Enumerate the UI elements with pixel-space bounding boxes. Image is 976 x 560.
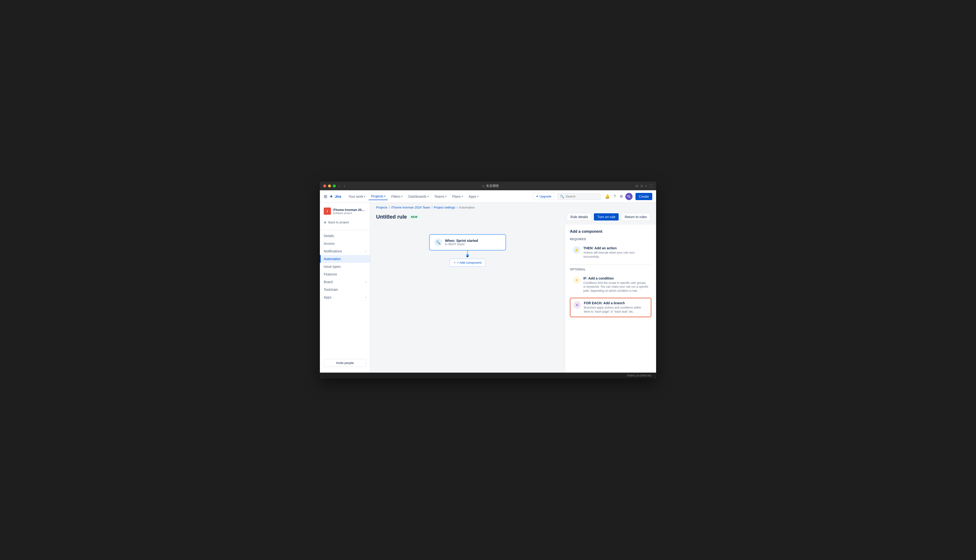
breadcrumb-projects[interactable]: Projects xyxy=(376,206,388,209)
sidebar-item-details[interactable]: Details xyxy=(320,232,370,240)
turn-on-rule-button[interactable]: Turn on rule xyxy=(594,213,618,220)
chevron-down-icon: ▾ xyxy=(445,195,446,198)
return-to-rules-button[interactable]: Return to rules xyxy=(621,213,650,221)
help-button[interactable]: ? xyxy=(612,193,617,200)
notification-button[interactable]: 🔔 xyxy=(603,193,611,200)
project-info: iThome Ironman 2024 ... Software project xyxy=(333,208,366,215)
page-actions: Rule details Turn on rule Return to rule… xyxy=(567,213,650,221)
chevron-right-icon: › xyxy=(365,250,366,253)
fullscreen-icon[interactable]: ⛶ xyxy=(649,184,653,188)
panel-divider xyxy=(570,265,651,265)
connector-line xyxy=(467,250,468,254)
sidebar-item-automation[interactable]: Automation xyxy=(320,255,370,263)
back-to-project-link[interactable]: ⊕ Back to project xyxy=(320,218,370,226)
search-box[interactable]: 🔍 xyxy=(557,193,601,200)
sidebar-item-apps[interactable]: Apps › xyxy=(320,293,370,301)
add-tab-icon[interactable]: + xyxy=(645,184,647,188)
sidebar-item-board[interactable]: Board › xyxy=(320,278,370,286)
window-title: 私密瀏覽 xyxy=(486,184,499,188)
nav-filters[interactable]: Filters ▾ xyxy=(389,193,405,200)
tab-icon: □ xyxy=(483,184,485,188)
jira-logo[interactable]: ✦ Jira xyxy=(329,193,341,199)
if-option[interactable]: ≡ IF: Add a condition Conditions limit t… xyxy=(570,273,651,296)
sidebar-item-features[interactable]: Features xyxy=(320,270,370,278)
nav-apps[interactable]: Apps ▾ xyxy=(466,193,481,200)
nav-projects[interactable]: Projects ▾ xyxy=(369,193,388,200)
breadcrumb-current: Automation xyxy=(459,206,475,209)
then-desc: Actions will execute when your rule runs… xyxy=(583,251,648,259)
chevron-down-icon: ▾ xyxy=(364,195,365,198)
chevron-down-icon: ▾ xyxy=(477,195,478,198)
trigger-title: When: Sprint started xyxy=(445,239,478,243)
grid-icon[interactable]: ⊞ xyxy=(324,194,328,199)
foreach-option[interactable]: ⑆ FOR EACH: Add a branch Branches apply … xyxy=(570,298,651,317)
foreach-icon: ⑆ xyxy=(573,301,581,309)
share-icon[interactable]: ⎙ xyxy=(641,184,643,188)
sidebar-item-notifications[interactable]: Notifications › xyxy=(320,247,370,255)
page-title: Untitled rule xyxy=(376,214,407,220)
settings-button[interactable]: ⚙ xyxy=(618,193,624,200)
then-icon: ⚡ xyxy=(573,246,580,254)
nav-dashboards[interactable]: Dashboards ▾ xyxy=(406,193,431,200)
connector-dot: ● xyxy=(466,254,469,257)
minimize-button[interactable] xyxy=(328,185,331,187)
sidebar: i iThome Ironman 2024 ... Software proje… xyxy=(320,203,370,373)
trigger-icon: 🔍 xyxy=(435,238,442,246)
create-button[interactable]: Create xyxy=(635,193,652,200)
close-button[interactable] xyxy=(323,185,326,187)
page-header: Untitled rule NEW Rule details Turn on r… xyxy=(370,209,656,225)
jira-logo-text: Jira xyxy=(335,194,341,198)
foreach-title: FOR EACH: Add a branch xyxy=(584,301,648,305)
nav-your-work[interactable]: Your work ▾ xyxy=(346,193,368,200)
right-panel: Add a component Required ⚡ THEN: Add an … xyxy=(565,225,656,373)
nav-plans[interactable]: Plans ▾ xyxy=(450,193,465,200)
chevron-down-icon: ▾ xyxy=(461,195,463,198)
breadcrumb-team[interactable]: iThome Ironman 2024 Team xyxy=(391,206,430,209)
canvas-area: 🔍 When: Sprint started In IM24T board ● xyxy=(370,225,656,373)
content-area: Projects / iThome Ironman 2024 Team / Pr… xyxy=(370,203,656,373)
foreach-text: FOR EACH: Add a branch Branches apply ac… xyxy=(584,301,648,314)
back-nav-button[interactable]: ‹ xyxy=(338,184,341,188)
invite-people-button[interactable]: Invite people xyxy=(324,359,366,367)
title-bar-center: □ 私密瀏覽 xyxy=(348,184,633,188)
maximize-button[interactable] xyxy=(333,185,336,187)
required-label: Required xyxy=(570,238,651,241)
page-title-area: Untitled rule NEW xyxy=(376,214,419,220)
nav-teams[interactable]: Teams ▾ xyxy=(432,193,449,200)
trigger-card[interactable]: 🔍 When: Sprint started In IM24T board xyxy=(429,234,506,250)
trigger-subtitle: In IM24T board xyxy=(445,243,478,246)
foreach-desc: Branches apply actions and conditions wi… xyxy=(584,306,648,314)
search-input[interactable] xyxy=(566,195,598,198)
bottom-bar-user: Yuehu Lin (fntsr.tw) xyxy=(627,374,651,377)
project-name: iThome Ironman 2024 ... xyxy=(333,208,366,212)
title-bar-icons: ⊙ ⎙ + ⛶ xyxy=(635,184,653,188)
upgrade-icon: ✦ xyxy=(536,195,538,198)
panel-title: Add a component xyxy=(570,229,651,234)
chevron-right-icon: › xyxy=(365,296,366,299)
if-icon: ≡ xyxy=(573,277,580,284)
rule-details-button[interactable]: Rule details xyxy=(567,213,592,221)
optional-label: Optional xyxy=(570,268,651,271)
plus-icon: + xyxy=(454,261,456,264)
avatar[interactable]: YL xyxy=(625,193,633,200)
sidebar-item-access[interactable]: Access xyxy=(320,240,370,247)
sidebar-item-issue-types[interactable]: Issue types xyxy=(320,263,370,270)
breadcrumb-sep: / xyxy=(389,206,390,209)
breadcrumb-sep: / xyxy=(456,206,458,209)
breadcrumb-settings[interactable]: Project settings xyxy=(434,206,455,209)
breadcrumb: Projects / iThome Ironman 2024 Team / Pr… xyxy=(370,203,656,209)
breadcrumb-sep: / xyxy=(431,206,433,209)
top-nav: ⊞ ✦ Jira Your work ▾ Projects ▾ Filters … xyxy=(320,190,656,203)
bottom-bar: Yuehu Lin (fntsr.tw) xyxy=(320,373,656,378)
main-layout: i iThome Ironman 2024 ... Software proje… xyxy=(320,203,656,373)
then-option[interactable]: ⚡ THEN: Add an action Actions will execu… xyxy=(570,243,651,262)
connector: ● xyxy=(466,250,469,257)
new-badge: NEW xyxy=(409,215,419,219)
sidebar-item-toolchain[interactable]: Toolchain xyxy=(320,286,370,293)
upgrade-button[interactable]: ✦ Upgrade xyxy=(533,193,555,200)
forward-nav-button[interactable]: › xyxy=(343,184,346,188)
back-icon: ⊕ xyxy=(324,220,326,224)
screen-record-icon[interactable]: ⊙ xyxy=(635,184,638,188)
chevron-down-icon: ▾ xyxy=(384,195,386,197)
add-component-button[interactable]: + + Add component xyxy=(450,258,485,267)
